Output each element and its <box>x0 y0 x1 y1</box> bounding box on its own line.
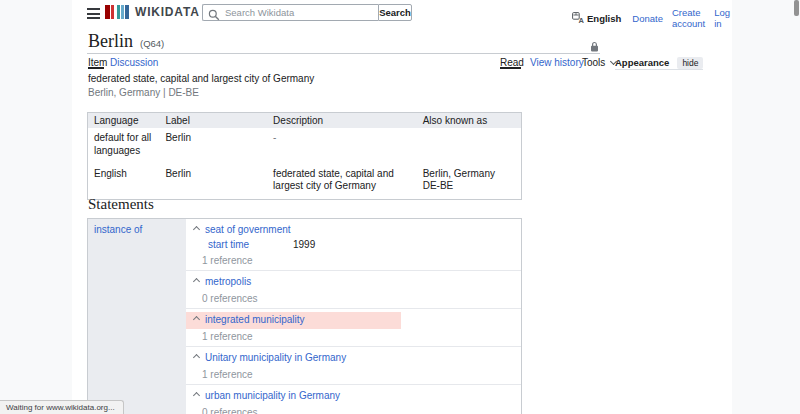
statement: metropolis 0 references <box>186 271 521 309</box>
rank-icon[interactable] <box>193 392 200 399</box>
terms-table-header-row: Language Label Description Also known as <box>88 113 522 129</box>
wikidata-logo-bars <box>105 5 129 19</box>
wikidata-logo-text: WIKIDATA <box>135 5 200 19</box>
qualifier-row: start time1999 <box>186 239 521 253</box>
statement-value-link[interactable]: seat of government <box>205 224 291 235</box>
title-divider <box>87 53 600 54</box>
references-toggle[interactable]: 0 references <box>186 293 521 306</box>
language-icon: A <box>572 12 584 25</box>
statements-heading: Statements <box>88 196 154 213</box>
references-toggle[interactable]: 0 references <box>186 407 521 414</box>
entity-aliases: Berlin, Germany | DE-BE <box>88 87 199 98</box>
page-title: Berlin(Q64) <box>88 31 164 52</box>
property-cell: instance of <box>88 219 186 414</box>
references-toggle[interactable]: 1 reference <box>186 255 521 268</box>
qualifier-property-link[interactable]: start time <box>208 239 293 250</box>
statement-value-link[interactable]: Unitary municipality in Germany <box>205 352 346 363</box>
table-row: English Berlin federated state, capital … <box>88 164 522 200</box>
statement-value-link[interactable]: urban municipality in Germany <box>205 390 340 401</box>
cell-description: - <box>267 128 417 164</box>
search-button[interactable]: Search <box>378 4 412 21</box>
svg-text:A: A <box>579 15 584 22</box>
col-label: Label <box>159 113 267 129</box>
appearance-divider <box>615 69 703 70</box>
log-in-link[interactable]: Log in <box>714 7 730 29</box>
donate-link[interactable]: Donate <box>632 13 663 24</box>
entity-id: (Q64) <box>140 38 164 49</box>
cell-description: federated state, capital and largest cit… <box>267 164 417 200</box>
tab-read-underline <box>500 67 521 69</box>
appearance-panel: Appearancehide <box>615 57 703 68</box>
search-box: Search <box>202 4 412 21</box>
appearance-hide-button[interactable]: hide <box>677 57 703 69</box>
cell-label: Berlin <box>159 164 267 200</box>
search-input[interactable] <box>202 4 378 21</box>
col-description: Description <box>267 113 417 129</box>
browser-status-bubble: Waiting for www.wikidata.org... <box>0 400 124 414</box>
col-language: Language <box>88 113 160 129</box>
qualifier-value: 1999 <box>293 239 315 250</box>
rank-icon[interactable] <box>193 226 200 233</box>
statement: Unitary municipality in Germany 1 refere… <box>186 347 521 385</box>
tab-discussion[interactable]: Discussion <box>110 57 158 68</box>
claims-list: seat of government start time1999 1 refe… <box>186 219 521 414</box>
cell-language: English <box>88 164 160 200</box>
tab-tools[interactable]: Tools <box>582 57 616 68</box>
references-toggle[interactable]: 1 reference <box>186 369 521 382</box>
col-also-known-as: Also known as <box>417 113 522 129</box>
tab-item-underline <box>88 67 104 69</box>
terms-table: Language Label Description Also known as… <box>87 112 522 200</box>
cell-label: Berlin <box>159 128 267 164</box>
search-icon <box>208 7 220 25</box>
property-link-instance-of[interactable]: instance of <box>94 224 142 235</box>
appearance-label: Appearance <box>615 57 669 68</box>
table-row: default for all languages Berlin - <box>88 128 522 164</box>
page-content: WIKIDATA Search A English Donate Create … <box>72 0 732 414</box>
wikidata-logo[interactable]: WIKIDATA <box>105 5 200 19</box>
tab-view-history[interactable]: View history <box>530 57 584 68</box>
entity-title: Berlin <box>88 31 133 51</box>
cell-language: default for all languages <box>88 128 160 164</box>
statement-value-link[interactable]: integrated municipality <box>205 314 305 325</box>
statement-value-link[interactable]: metropolis <box>205 276 251 287</box>
cell-also-known-as: Berlin, Germany DE-BE <box>417 164 522 200</box>
scrollbar-thumb[interactable] <box>794 0 799 16</box>
references-toggle[interactable]: 1 reference <box>186 331 521 344</box>
statement: urban municipality in Germany 0 referenc… <box>186 385 521 414</box>
statements-group: instance of seat of government start tim… <box>87 218 522 414</box>
statement: integrated municipality 1 reference <box>186 309 521 347</box>
entity-description: federated state, capital and largest cit… <box>88 73 314 84</box>
highlighted-statement-value: integrated municipality <box>186 312 401 329</box>
menu-icon[interactable] <box>87 8 100 19</box>
statement: seat of government start time1999 1 refe… <box>186 219 521 271</box>
cell-also-known-as <box>417 128 522 164</box>
rank-icon[interactable] <box>193 316 200 323</box>
create-account-link[interactable]: Create account <box>672 7 705 29</box>
rank-icon[interactable] <box>193 354 200 361</box>
language-selector[interactable]: English <box>587 13 621 24</box>
user-links: A English Donate Create account Log in <box>572 7 739 29</box>
rank-icon[interactable] <box>193 278 200 285</box>
